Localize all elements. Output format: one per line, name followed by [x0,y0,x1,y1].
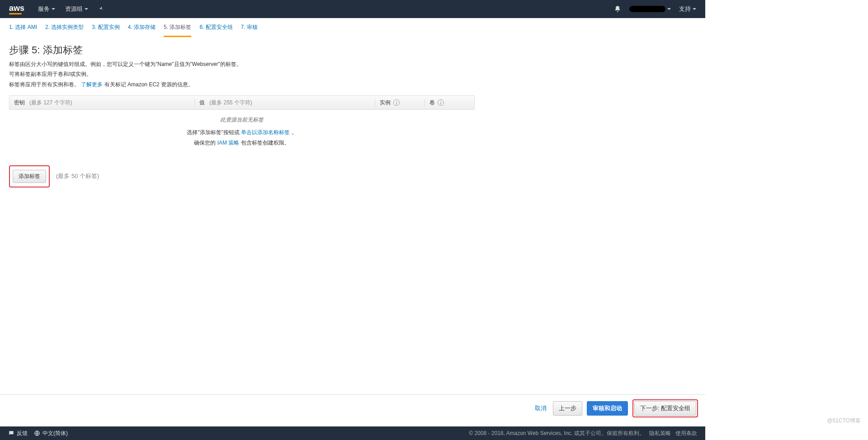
help1-suffix: 。 [292,129,297,136]
col-key: 密钥 (最多 127 个字符) [9,99,194,107]
wizard-step-7[interactable]: 7. 审核 [241,23,258,37]
page-desc-1: 标签由区分大小写的键值对组成。例如，您可以定义一个键为"Name"且值为"Web… [9,60,696,69]
aws-logo-text: aws [9,4,24,12]
tags-table-header: 密钥 (最多 127 个字符) 值 (最多 255 个字符) 实例 i 卷 i [9,95,475,110]
tags-table: 密钥 (最多 127 个字符) 值 (最多 255 个字符) 实例 i 卷 i … [9,95,475,153]
aws-logo[interactable]: aws [9,4,24,14]
page-title: 步骤 5: 添加标签 [9,43,696,57]
wizard-steps: 1. 选择 AMI 2. 选择实例类型 3. 配置实例 4. 添加存储 5. 添… [0,18,705,37]
support-menu[interactable]: 支持 [679,5,696,13]
add-tag-button[interactable]: 添加标签 [13,170,46,183]
page-desc-3-prefix: 标签将应用于所有实例和卷。 [9,81,80,88]
resource-groups-menu[interactable]: 资源组 [65,5,88,13]
col-key-hint: (最多 127 个字符) [29,99,72,107]
chevron-down-icon [52,8,55,10]
wizard-step-6[interactable]: 6. 配置安全组 [199,23,232,37]
help-text: 选择"添加标签"按钮或 单击以添加名称标签 。 确保您的 IAM 策略 包含标签… [9,127,475,153]
pin-shortcut-icon[interactable] [98,6,104,12]
col-value: 值 (最多 255 个字符) [194,99,375,107]
chevron-down-icon [667,8,671,10]
col-volume: 卷 i [425,99,474,107]
help2-suffix: 包含标签创建权限。 [241,140,290,146]
col-instance: 实例 i [375,99,425,107]
services-menu[interactable]: 服务 [38,5,55,13]
support-label: 支持 [679,5,691,13]
col-value-label: 值 [199,99,205,107]
col-key-label: 密钥 [14,99,25,107]
aws-logo-smile [9,13,22,14]
page-desc-3: 标签将应用于所有实例和卷。 了解更多 有关标记 Amazon EC2 资源的信息… [9,80,696,89]
page-desc-2: 可将标签副本应用于卷和/或实例。 [9,70,696,79]
wizard-step-4[interactable]: 4. 添加存储 [128,23,156,37]
info-icon[interactable]: i [393,99,400,106]
wizard-step-2[interactable]: 2. 选择实例类型 [45,23,84,37]
resource-groups-label: 资源组 [65,5,83,13]
help2-prefix: 确保您的 [194,140,217,146]
add-name-tag-link[interactable]: 单击以添加名称标签 [241,129,290,136]
empty-tags-message: 此资源当前无标签 [9,110,475,127]
wizard-step-3[interactable]: 3. 配置实例 [92,23,119,37]
account-name-redacted [629,6,665,12]
page-desc-3-suffix: 有关标记 Amazon EC2 资源的信息。 [104,81,193,88]
highlight-box: 添加标签 [9,165,50,187]
main-content: 步骤 5: 添加标签 标签由区分大小写的键值对组成。例如，您可以定义一个键为"N… [0,37,705,194]
info-icon[interactable]: i [438,99,444,106]
chevron-down-icon [85,8,88,10]
col-volume-label: 卷 [429,99,435,107]
col-instance-label: 实例 [380,99,391,107]
account-menu[interactable] [629,6,671,12]
add-tag-hint: (最多 50 个标签) [56,172,99,180]
services-label: 服务 [38,5,50,13]
help1-prefix: 选择"添加标签"按钮或 [187,129,241,136]
add-tag-row: 添加标签 (最多 50 个标签) [9,165,696,187]
wizard-step-5[interactable]: 5. 添加标签 [164,23,191,37]
notifications-icon[interactable] [614,5,621,13]
iam-policy-link[interactable]: IAM 策略 [217,140,240,146]
col-value-hint: (最多 255 个字符) [209,99,252,107]
top-nav: aws 服务 资源组 支持 [0,0,705,18]
wizard-step-1[interactable]: 1. 选择 AMI [9,23,37,37]
learn-more-link[interactable]: 了解更多 [81,81,103,88]
chevron-down-icon [693,8,696,10]
